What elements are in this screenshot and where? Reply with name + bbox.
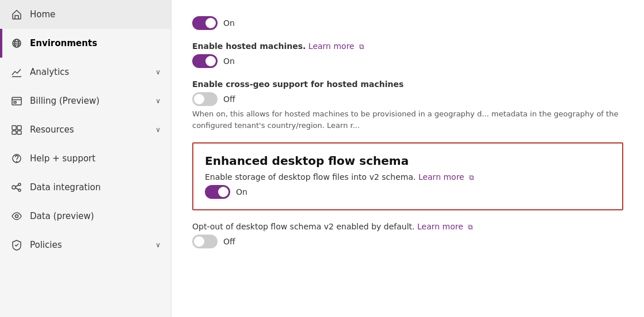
enhanced-schema-learn-more-link[interactable]: Learn more [418, 172, 464, 182]
setting-row-top-toggle: On [192, 16, 623, 30]
svg-line-18 [16, 185, 18, 187]
enhanced-desktop-flow-schema-section: Enhanced desktop flow schema Enable stor… [192, 142, 623, 210]
analytics-chevron-icon: ∨ [155, 68, 161, 76]
svg-line-19 [16, 188, 18, 190]
sidebar-item-environments[interactable]: Environments [0, 29, 171, 58]
globe-icon [10, 37, 23, 50]
policies-icon [10, 239, 23, 251]
svg-point-20 [16, 215, 18, 218]
sidebar-item-data-preview[interactable]: Data (preview) [0, 202, 171, 231]
sidebar-label-analytics: Analytics [30, 67, 155, 77]
hosted-machines-learn-more-link[interactable]: Learn more [308, 41, 355, 51]
sidebar-item-home[interactable]: Home [0, 0, 171, 29]
data-integration-icon [10, 181, 23, 194]
hosted-machines-toggle-label: On [223, 56, 235, 66]
svg-rect-6 [12, 97, 21, 105]
opt-out-label: Opt-out of desktop flow schema v2 enable… [192, 222, 623, 231]
analytics-icon [10, 66, 23, 78]
sidebar-label-policies: Policies [30, 240, 155, 250]
sidebar-item-billing[interactable]: Billing (Preview) ∨ [0, 86, 171, 115]
hosted-machines-label-text: Enable hosted machines. [192, 41, 306, 51]
enhanced-schema-toggle-thumb [218, 187, 228, 197]
opt-out-toggle-thumb [194, 236, 204, 247]
cross-geo-toggle[interactable] [192, 92, 218, 106]
cross-geo-toggle-label: Off [223, 95, 235, 104]
resources-icon [10, 123, 23, 136]
main-content: On Enable hosted machines. Learn more ⧉ … [172, 0, 644, 317]
sidebar-label-help: Help + support [30, 153, 161, 164]
sidebar-item-help[interactable]: Help + support [0, 144, 171, 173]
sidebar-label-environments: Environments [30, 38, 161, 48]
cross-geo-toggle-thumb [194, 94, 204, 104]
sidebar-label-data-preview: Data (preview) [30, 211, 161, 221]
top-toggle[interactable] [192, 16, 218, 30]
help-icon [10, 152, 23, 165]
sidebar-label-data-integration: Data integration [30, 182, 161, 193]
home-icon [10, 8, 23, 21]
enhanced-schema-toggle-label: On [236, 187, 247, 197]
data-preview-icon [10, 210, 23, 222]
cross-geo-label-text: Enable cross-geo support for hosted mach… [192, 80, 403, 89]
cross-geo-description: When on, this allows for hosted machines… [192, 108, 623, 131]
opt-out-toggle[interactable] [192, 235, 218, 248]
sidebar-item-policies[interactable]: Policies ∨ [0, 231, 171, 259]
opt-out-toggle-label: Off [223, 237, 235, 246]
setting-row-cross-geo: Enable cross-geo support for hosted mach… [192, 80, 623, 131]
hosted-machines-label: Enable hosted machines. Learn more ⧉ [192, 41, 623, 51]
svg-point-15 [12, 186, 16, 189]
svg-rect-8 [14, 101, 16, 103]
sidebar-label-billing: Billing (Preview) [30, 96, 155, 106]
svg-point-14 [17, 161, 17, 162]
policies-chevron-icon: ∨ [155, 241, 161, 249]
hosted-machines-external-icon: ⧉ [359, 43, 364, 51]
billing-icon [10, 95, 23, 107]
enhanced-schema-label-text: Enable storage of desktop flow files int… [205, 172, 416, 182]
hosted-machines-toggle-thumb [205, 56, 216, 66]
setting-row-opt-out: Opt-out of desktop flow schema v2 enable… [192, 222, 623, 248]
opt-out-learn-more-link[interactable]: Learn more [417, 222, 463, 231]
svg-point-17 [18, 189, 21, 191]
resources-chevron-icon: ∨ [155, 126, 161, 134]
enhanced-schema-toggle[interactable] [205, 185, 230, 199]
enhanced-schema-label: Enable storage of desktop flow files int… [205, 172, 611, 182]
top-toggle-label: On [223, 18, 235, 28]
svg-point-16 [18, 183, 21, 186]
opt-out-label-text: Opt-out of desktop flow schema v2 enable… [192, 222, 415, 231]
billing-chevron-icon: ∨ [155, 97, 161, 105]
enhanced-schema-external-icon: ⧉ [469, 173, 474, 182]
sidebar-item-data-integration[interactable]: Data integration [0, 173, 171, 202]
enhanced-schema-title: Enhanced desktop flow schema [205, 154, 611, 168]
svg-rect-9 [12, 126, 16, 130]
opt-out-external-icon: ⧉ [468, 223, 473, 231]
svg-rect-11 [12, 131, 16, 134]
sidebar-label-home: Home [30, 9, 161, 20]
sidebar-label-resources: Resources [30, 124, 155, 135]
sidebar-item-resources[interactable]: Resources ∨ [0, 115, 171, 144]
top-toggle-thumb [205, 18, 216, 28]
hosted-machines-toggle[interactable] [192, 54, 218, 68]
setting-row-hosted-machines: Enable hosted machines. Learn more ⧉ On [192, 41, 623, 68]
svg-rect-12 [17, 131, 21, 134]
sidebar-item-analytics[interactable]: Analytics ∨ [0, 58, 171, 86]
sidebar: Home Environments Analytics ∨ [0, 0, 172, 317]
cross-geo-label: Enable cross-geo support for hosted mach… [192, 80, 623, 89]
svg-rect-10 [17, 126, 21, 130]
cross-geo-learn-more-link[interactable]: Learn r... [327, 121, 360, 130]
